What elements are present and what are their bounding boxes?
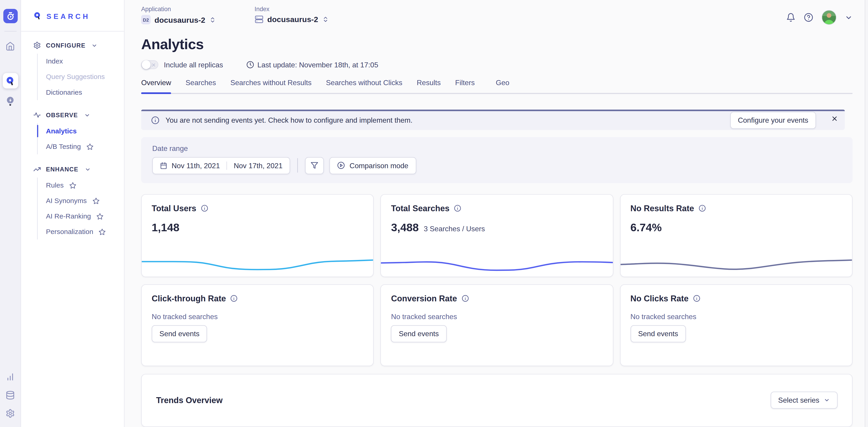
include-replicas-toggle[interactable] <box>141 60 158 69</box>
tab-searches-without-results[interactable]: Searches without Results <box>230 78 311 87</box>
section-enhance-header[interactable]: ENHANCE <box>33 165 117 173</box>
sidebar-item-ai-synonyms[interactable]: AI Synonyms <box>38 193 117 208</box>
include-replicas-label: Include all replicas <box>164 61 223 69</box>
index-value: docusaurus-2 <box>267 15 318 24</box>
gear-icon[interactable] <box>5 409 15 418</box>
play-circle-icon <box>337 162 345 169</box>
tab-searches-without-clicks[interactable]: Searches without Clicks <box>326 78 402 87</box>
info-icon[interactable] <box>461 295 469 302</box>
filter-button[interactable] <box>305 157 324 174</box>
star-icon[interactable] <box>86 143 94 150</box>
tab-overview[interactable]: Overview <box>141 78 171 87</box>
chevron-down-icon[interactable] <box>845 14 852 22</box>
card-title: Click-through Rate <box>152 294 226 303</box>
timer-app-icon[interactable] <box>3 9 17 23</box>
section-observe-header[interactable]: OBSERVE <box>33 111 117 119</box>
select-series-button[interactable]: Select series <box>771 392 838 409</box>
home-icon[interactable] <box>5 41 15 51</box>
send-events-button[interactable]: Send events <box>152 325 207 342</box>
application-selector-group: Application D2 docusaurus-2 <box>141 5 216 24</box>
configure-events-button[interactable]: Configure your events <box>730 112 816 129</box>
comparison-mode-label: Comparison mode <box>349 161 408 170</box>
sidebar-item-dictionaries[interactable]: Dictionaries <box>38 85 117 100</box>
tab-searches[interactable]: Searches <box>186 78 216 87</box>
sidebar-item-label: A/B Testing <box>46 143 81 151</box>
index-selector-group: Index docusaurus-2 <box>254 5 329 24</box>
empty-status: No tracked searches <box>391 312 602 321</box>
date-range-picker[interactable]: Nov 11th, 2021 Nov 17th, 2021 <box>152 157 290 174</box>
page-meta-row: Include all replicas Last update: Novemb… <box>141 60 853 69</box>
index-selector[interactable]: docusaurus-2 <box>254 15 329 24</box>
banner-message: You are not sending events yet. Check ho… <box>166 116 412 125</box>
end-date: Nov 17th, 2021 <box>234 161 282 170</box>
scrollbar[interactable] <box>865 0 868 427</box>
star-icon[interactable] <box>69 182 76 189</box>
sidebar-item-query-suggestions[interactable]: Query Suggestions <box>38 69 117 85</box>
product-logo[interactable]: SEARCH <box>21 0 124 21</box>
bell-icon[interactable] <box>786 13 796 22</box>
sidebar-item-index[interactable]: Index <box>38 54 117 69</box>
sidebar-item-rules[interactable]: Rules <box>38 177 117 193</box>
sidebar-item-label: Personalization <box>46 228 93 236</box>
sidebar-item-label: Rules <box>46 182 64 189</box>
send-events-button[interactable]: Send events <box>630 325 686 342</box>
star-icon[interactable] <box>97 212 104 220</box>
total-searches-card: Total Searches 3,488 3 Searches / Users <box>380 194 613 277</box>
calendar-icon <box>160 162 167 169</box>
star-icon[interactable] <box>92 197 99 204</box>
search-icon[interactable] <box>2 73 18 89</box>
metric-cards-row: Total Users 1,148 Total Searches 3,488 <box>141 194 853 277</box>
chevrons-up-down-icon <box>209 17 216 23</box>
event-cards-row: Click-through Rate No tracked searches S… <box>141 284 853 366</box>
close-icon[interactable] <box>831 115 838 122</box>
help-icon[interactable] <box>804 13 813 22</box>
info-icon[interactable] <box>699 204 706 212</box>
select-series-label: Select series <box>778 396 819 404</box>
tab-results[interactable]: Results <box>417 78 441 87</box>
top-bar: Application D2 docusaurus-2 Index docusa… <box>141 0 853 25</box>
app-rail <box>0 0 21 427</box>
sidebar-item-ai-re-ranking[interactable]: AI Re-Ranking <box>38 208 117 224</box>
info-icon[interactable] <box>201 204 208 212</box>
sidebar-item-analytics[interactable]: Analytics <box>38 123 117 139</box>
conversion-rate-card: Conversion Rate No tracked searches Send… <box>380 284 613 366</box>
trending-up-icon <box>33 165 41 173</box>
avatar[interactable] <box>822 10 837 25</box>
date-range-panel: Date range Nov 11th, 2021 Nov 17th, 2021 <box>141 137 853 183</box>
tab-filters[interactable]: Filters <box>455 78 475 87</box>
total-users-sparkline <box>142 253 373 275</box>
no-results-rate-card: No Results Rate 6.74% <box>620 194 852 277</box>
metric-value: 3,488 <box>391 221 419 234</box>
info-icon[interactable] <box>693 295 700 302</box>
database-icon[interactable] <box>5 391 15 400</box>
date-range-label: Date range <box>152 144 841 153</box>
gear-icon <box>33 41 41 49</box>
search-logo-icon <box>33 11 41 21</box>
info-icon[interactable] <box>230 295 238 302</box>
section-enhance: ENHANCE Rules AI Synonyms AI Re-Ranking … <box>33 165 117 240</box>
chevron-down-icon <box>85 166 91 172</box>
bar-chart-icon[interactable] <box>5 372 15 382</box>
application-selector[interactable]: D2 docusaurus-2 <box>141 15 216 24</box>
sidebar-item-personalization[interactable]: Personalization <box>38 224 117 239</box>
card-title: No Clicks Rate <box>630 294 688 303</box>
no-results-rate-sparkline <box>620 253 852 275</box>
page-title: Analytics <box>141 36 853 53</box>
sidebar-item-label: Analytics <box>46 127 77 135</box>
section-configure-header[interactable]: CONFIGURE <box>33 41 117 49</box>
section-configure: CONFIGURE Index Query Suggestions Dictio… <box>33 41 117 100</box>
lightbulb-icon[interactable] <box>5 96 15 107</box>
star-icon[interactable] <box>99 228 106 235</box>
trends-overview-card: Trends Overview Select series <box>141 374 853 427</box>
card-title: Total Users <box>152 203 196 213</box>
clock-icon <box>246 61 254 68</box>
sidebar-item-label: AI Synonyms <box>46 197 87 205</box>
chevron-down-icon <box>84 112 90 118</box>
tab-geo[interactable]: Geo <box>496 78 509 87</box>
comparison-mode-button[interactable]: Comparison mode <box>330 157 416 174</box>
info-icon[interactable] <box>454 204 461 212</box>
total-searches-sparkline <box>381 253 613 275</box>
sidebar-item-ab-testing[interactable]: A/B Testing <box>38 139 117 154</box>
application-badge: D2 <box>141 15 151 24</box>
send-events-button[interactable]: Send events <box>391 325 446 342</box>
